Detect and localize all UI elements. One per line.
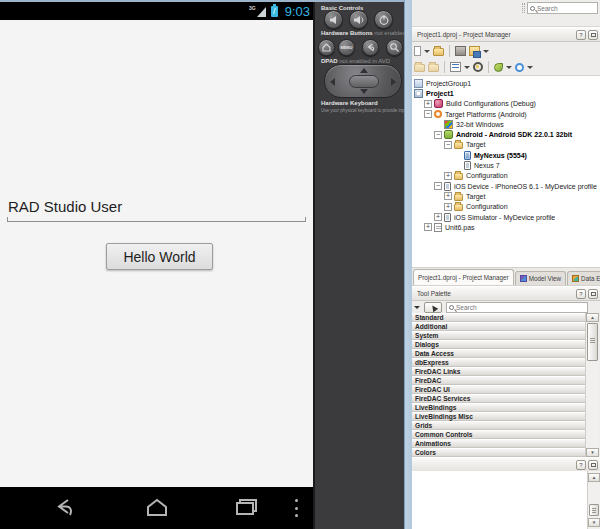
hw-home-button[interactable] [318,39,335,56]
palette-category[interactable]: FireDAC Links [412,367,585,376]
home-icon[interactable] [144,497,170,519]
selection-cursor-button[interactable] [424,302,442,313]
dropdown-arrow-icon[interactable] [424,50,430,53]
tab-data-explorer[interactable]: Data Explorer [567,271,600,285]
tree-item[interactable]: MyNexus (5554) [412,150,600,160]
tree-item[interactable]: −iOS Device - iPhoneOS 6.1 - MyDevice pr… [412,181,600,191]
palette-category[interactable]: Additional [412,322,585,331]
edit-text-value[interactable]: RAD Studio User [8,198,122,215]
ide-search-box[interactable] [527,2,598,14]
palette-scrollbar[interactable]: ▲ ▼ [585,313,599,457]
scroll-up-icon[interactable]: ▲ [588,473,600,482]
folder-a-icon[interactable] [414,64,425,72]
dpad-left-icon[interactable] [330,78,335,86]
dropdown-arrow-icon[interactable] [527,66,533,69]
collapse-icon[interactable]: − [444,141,452,149]
hw-back-button[interactable] [362,39,379,56]
volume-up-button[interactable] [349,10,368,29]
palette-category[interactable]: Colors [412,448,585,457]
palette-category[interactable]: System [412,331,585,340]
collapse-icon[interactable]: − [434,131,442,139]
tree-item[interactable]: Project1 [412,88,600,98]
help-button[interactable]: ? [576,30,586,40]
dpad-control[interactable] [324,64,402,98]
tree-item[interactable]: +iOS Simulator - MyDevice profile [412,212,600,222]
bottom-panel-scrollbar[interactable]: ▲ ▼ [587,471,600,529]
dpad-down-icon[interactable] [360,89,368,94]
dock-pin-button[interactable] [588,30,598,40]
hello-world-button[interactable]: Hello World [106,243,213,270]
save-folder-icon[interactable] [469,46,480,56]
ide-search-input[interactable] [537,5,595,12]
hw-menu-button[interactable]: MENU [338,39,355,56]
tree-item[interactable]: +Configuration [412,171,600,181]
recent-apps-icon[interactable] [234,497,260,519]
open-folder-icon[interactable] [433,48,444,56]
scroll-up-icon[interactable]: ▲ [586,313,599,322]
tree-item[interactable]: −Android - Android SDK 22.0.1 32bit [412,129,600,139]
palette-category[interactable]: dbExpress [412,358,585,367]
expand-icon[interactable]: + [444,192,452,200]
tree-item[interactable]: +Unit6.pas [412,222,600,232]
tree-item[interactable]: Nexus 7 [412,160,600,170]
dpad-center-button[interactable] [349,75,379,88]
scrollbar-thumb[interactable] [589,504,599,516]
palette-search-input[interactable] [456,304,585,311]
expand-icon[interactable]: + [434,213,442,221]
help-button[interactable]: ? [576,289,586,299]
dock-pin-button[interactable] [588,289,598,299]
tree-item[interactable]: +Build Configurations (Debug) [412,99,600,109]
edit-text-underline[interactable] [7,221,306,222]
tree-item[interactable]: −Target [412,140,600,150]
tree-item[interactable]: ProjectGroup1 [412,78,600,88]
tree-item[interactable]: −Target Platforms (Android) [412,109,600,119]
palette-category[interactable]: FireDAC [412,376,585,385]
folder-b-icon[interactable] [428,64,439,72]
palette-category[interactable]: FireDAC Services [412,394,585,403]
tree-item[interactable]: 32-bit Windows [412,119,600,129]
scroll-down-icon[interactable]: ▼ [586,448,599,457]
palette-category[interactable]: Grids [412,421,585,430]
tree-item[interactable]: +Target [412,191,600,201]
toolbar-grip[interactable] [522,3,525,13]
dpad-up-icon[interactable] [360,68,368,73]
palette-category[interactable]: Data Access [412,349,585,358]
palette-category[interactable]: FireDAC UI [412,385,585,394]
bottom-panel-header[interactable]: ? [412,457,600,472]
combo-icon[interactable] [414,46,421,56]
expand-icon[interactable]: + [444,203,452,211]
palette-category[interactable]: Dialogs [412,340,585,349]
list-view-icon[interactable] [450,62,461,72]
collapse-icon[interactable]: − [424,110,432,118]
scroll-down-icon[interactable]: ▼ [588,518,600,527]
ring-icon[interactable] [515,63,524,72]
palette-category[interactable]: LiveBindings Misc [412,412,585,421]
dropdown-arrow-icon[interactable] [506,66,512,69]
expand-icon[interactable]: + [424,100,432,108]
dpad-right-icon[interactable] [391,78,396,86]
hw-search-button[interactable] [386,39,403,56]
tab-model-view[interactable]: Model View [515,271,566,285]
collapse-icon[interactable]: − [434,182,442,190]
back-icon[interactable] [53,497,77,519]
palette-category[interactable]: Standard [412,313,585,322]
palette-category[interactable]: LiveBindings [412,403,585,412]
palette-category[interactable]: Animations [412,439,585,448]
palette-menu-dropdown-icon[interactable] [414,306,420,309]
dropdown-arrow-icon[interactable] [464,66,470,69]
project-manager-header[interactable]: Project1.dproj - Project Manager ? [412,27,600,42]
dropdown-arrow-icon[interactable] [483,50,489,53]
tool-palette-header[interactable]: Tool Palette ? [412,286,600,301]
scrollbar-thumb[interactable] [587,323,598,361]
sync-icon[interactable] [473,62,483,72]
power-button[interactable] [374,10,393,29]
tab-project-manager[interactable]: Project1.dproj - Project Manager [413,269,514,285]
palette-category[interactable]: Common Controls [412,430,585,439]
volume-down-button[interactable] [324,10,343,29]
dock-pin-button[interactable] [588,460,598,470]
help-button[interactable]: ? [576,460,586,470]
tree-item[interactable]: +Configuration [412,202,600,212]
menu-overflow-icon[interactable] [295,499,299,517]
palette-search-box[interactable] [446,302,588,313]
expand-icon[interactable]: + [444,172,452,180]
